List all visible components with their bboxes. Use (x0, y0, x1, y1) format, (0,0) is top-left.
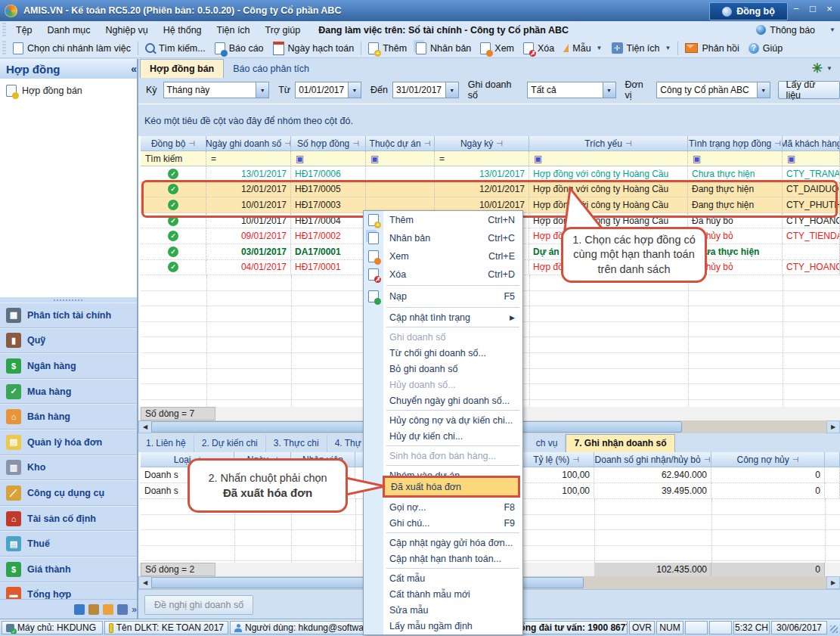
column-header-doanh-so[interactable]: Doanh số ghi nhận/hủy bỏ⊣ (594, 452, 711, 467)
duplicate-button[interactable]: Nhân bản (411, 40, 476, 56)
tab-du-kien-chi[interactable]: 2. Dự kiến chi (194, 435, 266, 452)
utilities-button[interactable]: ✛Tiện ích▼ (607, 40, 676, 56)
period-select[interactable]: Tháng này▼ (163, 82, 270, 98)
request-revenue-button[interactable]: Đề nghị ghi doanh số (144, 595, 253, 615)
menu-danh-muc[interactable]: Danh mục (40, 21, 98, 39)
annotation-highlight-da-xuat-hoa-don[interactable]: Đã xuất hóa đơn (383, 476, 520, 498)
menu-item-xem[interactable]: XemCtrl+E (364, 247, 522, 265)
menu-item-cat-thanh-mau-moi[interactable]: Cất thành mẫu mới (364, 586, 522, 602)
menu-tien-ich[interactable]: Tiện ích (209, 21, 258, 39)
scroll-right-icon[interactable]: ▶ (826, 576, 840, 589)
menu-item-bo-ghi-doanh-so[interactable]: Bỏ ghi doanh số (364, 361, 522, 377)
directory-icon[interactable] (117, 604, 128, 615)
sidebar-item-ban-hang[interactable]: ⌂Bán hàng (0, 404, 137, 430)
column-header-so-hop-dong[interactable]: Số hợp đồng⊣ (291, 136, 366, 151)
filter-cell[interactable]: ▣ (783, 151, 840, 166)
tab-thuc-chi[interactable]: 3. Thực chi (266, 435, 327, 452)
tab-bao-cao-phan-tich[interactable]: Báo cáo phân tích (224, 60, 318, 78)
menu-item-chuyen-ngay-ghi-doanh-so[interactable]: Chuyển ngày ghi doanh số... (364, 392, 522, 408)
tab-lien-he[interactable]: 1. Liên hệ (138, 435, 194, 452)
contacts-icon[interactable] (103, 604, 113, 615)
revenue-filter-select[interactable]: Tất cả▼ (527, 82, 615, 98)
minimize-button[interactable]: − (788, 3, 804, 14)
tab-hop-dong-ban[interactable]: Hợp đồng bán (140, 59, 224, 79)
from-date-select[interactable]: 01/01/2017▼ (295, 82, 361, 98)
choose-branch-button[interactable]: Chọn chi nhánh làm việc (8, 40, 135, 56)
filter-cell[interactable]: = (435, 151, 529, 166)
unit-select[interactable]: Công ty Cổ phần ABC▼ (656, 82, 770, 98)
menu-item-cap-nhat-tinh-trang[interactable]: Cập nhật tình trạng▶ (364, 309, 522, 325)
load-data-button[interactable]: Lấy dữ liệu (778, 81, 840, 99)
filter-cell[interactable]: ▣ (688, 151, 783, 166)
scroll-left-icon[interactable]: ◀ (138, 576, 152, 589)
search-icon (145, 43, 155, 53)
column-header-dong-bo[interactable]: Đồng bộ⊣ (141, 136, 206, 151)
sidebar-item-thue[interactable]: ▤Thuế (0, 531, 137, 557)
add-button[interactable]: +Thêm (364, 40, 411, 56)
menu-item-them[interactable]: +ThêmCtrl+N (364, 211, 522, 229)
column-header-ngay-ky[interactable]: Ngày ký⊣ (435, 136, 529, 151)
to-date-select[interactable]: 31/01/2017▼ (392, 82, 459, 98)
report-button[interactable]: Báo cáo (210, 40, 268, 56)
view-icon (480, 42, 491, 54)
sidebar-item-hop-dong-ban[interactable]: Hợp đồng bán (0, 79, 137, 97)
menu-item-cat-mau[interactable]: Cất mẫu (364, 570, 522, 586)
menu-item-nhan-ban[interactable]: Nhân bảnCtrl+C (364, 229, 522, 247)
menu-nghiep-vu[interactable]: Nghiệp vụ (98, 21, 156, 39)
scroll-right-icon[interactable]: ▶ (826, 420, 840, 433)
template-button[interactable]: Mẫu▼ (559, 40, 606, 56)
filter-cell[interactable]: = (206, 151, 291, 166)
column-header-ty-le[interactable]: Tỷ lệ (%)⊣ (519, 452, 594, 467)
sidebar-item-quan-ly-hoa-don[interactable]: ▤Quản lý hóa đơn (0, 430, 137, 455)
menu-item-goi-no[interactable]: Gọi nợ...F8 (364, 499, 522, 515)
menu-item-lay-mau-ngam-dinh[interactable]: Lấy mẫu ngầm định (364, 618, 522, 634)
tab-dich-vu[interactable]: ch vụ (528, 435, 566, 452)
feedback-button[interactable]: Phản hồi (680, 40, 743, 56)
filter-cell[interactable]: ▣ (291, 151, 366, 166)
delete-button[interactable]: ✗Xóa (519, 40, 559, 56)
resize-grip[interactable] (830, 625, 838, 633)
menu-item-huy-cong-no[interactable]: Hủy công nợ và dự kiến chi... (364, 412, 522, 428)
posting-date-button[interactable]: Ngày hạch toán (268, 40, 359, 56)
sidebar-item-quy[interactable]: ▮Quỹ (0, 328, 137, 354)
menu-tep[interactable]: Tệp (8, 21, 40, 39)
menu-item-cap-nhat-ngay-gui-hoa-don[interactable]: Cập nhật ngày gửi hóa đơn... (364, 535, 522, 551)
column-header-thuoc-du-an[interactable]: Thuộc dự án⊣ (366, 136, 435, 151)
menu-item-cap-nhat-han-thanh-toan[interactable]: Cập nhật hạn thanh toán... (364, 551, 522, 566)
maximize-button[interactable]: □ (804, 3, 821, 14)
dashboard-icon[interactable] (88, 604, 99, 615)
sidebar-item-mua-hang[interactable]: ✓Mua hàng (0, 379, 137, 405)
more-chevron-icon[interactable]: » (132, 604, 137, 615)
notifications-button[interactable]: Thông báo ▼ (756, 25, 840, 36)
tab-ghi-nhan-doanh-so[interactable]: 7. Ghi nhận doanh số (566, 434, 674, 453)
menu-item-tu-choi-ghi-doanh-so[interactable]: Từ chối ghi doanh số... (364, 345, 522, 361)
menu-item-huy-du-kien-chi[interactable]: Hủy dự kiến chi... (364, 428, 522, 444)
menu-item-sua-mau[interactable]: Sửa mẫu (364, 602, 522, 618)
menu-item-xoa[interactable]: ✗XóaCtrl+D (364, 265, 522, 284)
grid-settings-button[interactable]: ✳ ▼ (812, 60, 840, 76)
scroll-left-icon[interactable]: ◀ (138, 420, 152, 433)
report-icon[interactable] (74, 604, 85, 615)
menu-he-thong[interactable]: Hệ thống (156, 21, 209, 39)
column-header-tinh-trang[interactable]: Tình trạng hợp đồng⊣ (688, 136, 783, 151)
filter-cell[interactable]: ▣ (529, 151, 688, 166)
menu-item-ghi-chu[interactable]: Ghi chú...F9 (364, 515, 522, 531)
sidebar-item-ngan-hang[interactable]: $Ngân hàng (0, 353, 137, 379)
sidebar-item-kho[interactable]: ▥Kho (0, 455, 137, 481)
menu-tro-giup[interactable]: Trợ giúp (258, 21, 308, 39)
column-header-cong-no-huy[interactable]: Công nợ hủy⊣ (711, 452, 825, 467)
sidebar-item-phan-tich-tai-chinh[interactable]: ▦Phân tích tài chính (0, 302, 137, 328)
sync-button[interactable]: Đồng bộ (709, 2, 788, 20)
view-button[interactable]: Xem (476, 40, 519, 56)
column-header-ma-khach-hang[interactable]: Mã khách hàng (783, 136, 840, 151)
filter-cell[interactable]: ▣ (366, 151, 435, 166)
sidebar-item-gia-thanh[interactable]: $Giá thành (0, 557, 137, 582)
sidebar-item-tai-san-co-dinh[interactable]: ⌂Tài sản cố định (0, 506, 137, 532)
column-header-trich-yeu[interactable]: Trích yếu⊣ (529, 136, 688, 151)
search-button[interactable]: Tìm kiếm... (141, 40, 210, 56)
sidebar-item-cong-cu-dung-cu[interactable]: ／Công cụ dụng cụ (0, 480, 137, 506)
menu-item-nap[interactable]: NạpF5 (364, 287, 522, 306)
close-button[interactable]: × (821, 3, 838, 14)
column-header-ngay-ghi-doanh-so[interactable]: Ngày ghi doanh số⊣ (206, 136, 291, 151)
help-button[interactable]: ?Giúp (744, 40, 787, 56)
